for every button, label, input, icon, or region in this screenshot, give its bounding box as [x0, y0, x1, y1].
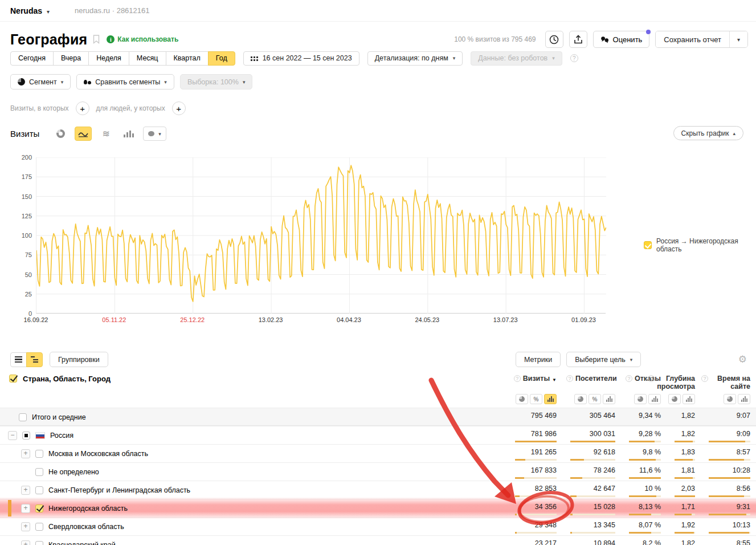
metric-view-bars-button[interactable] — [738, 394, 750, 404]
chevron-down-icon: ▾ — [158, 131, 161, 137]
segment-button[interactable]: Сегмент ▾ — [10, 74, 71, 90]
line-chart-type-button[interactable] — [75, 127, 92, 141]
bar-chart-type-button[interactable] — [120, 127, 137, 141]
expand-button[interactable]: + — [21, 540, 30, 545]
history-button[interactable] — [545, 31, 563, 48]
filter-row: Визиты, в которых + для людей, у которых… — [0, 100, 756, 116]
legend-checkbox[interactable] — [644, 241, 652, 249]
expand-button[interactable]: + — [21, 486, 30, 495]
table-row: + Санкт-Петербург и Ленинградская област… — [0, 481, 756, 499]
bookmark-icon[interactable] — [93, 35, 100, 44]
goal-select-button[interactable]: Выберите цель ▾ — [566, 352, 641, 367]
percent-icon: % — [534, 396, 539, 402]
metric-value: 29 348 — [507, 518, 562, 536]
hide-chart-button[interactable]: Скрыть график ▴ — [673, 126, 743, 140]
value-bar — [709, 477, 750, 479]
period-tab-Сегодня[interactable]: Сегодня — [10, 51, 54, 66]
row-checkbox[interactable] — [35, 523, 43, 531]
metric-view-percent-button[interactable]: % — [530, 394, 542, 404]
data-filter-select[interactable]: Данные: без роботов ▾ — [471, 51, 562, 66]
metric-view-pie-button[interactable] — [634, 394, 647, 404]
bars-icon — [547, 396, 554, 402]
column-help-icon[interactable]: ? — [626, 375, 632, 382]
column-label[interactable]: Глубина просмотра — [657, 375, 695, 391]
save-report-main[interactable]: Сохранить отчет — [656, 31, 729, 47]
compare-segments-button[interactable]: Сравнить сегменты ▾ — [76, 74, 174, 90]
metric-view-percent-button[interactable]: % — [589, 394, 601, 404]
row-checkbox[interactable] — [35, 450, 43, 458]
bars-icon — [741, 396, 747, 402]
period-tab-Месяц[interactable]: Месяц — [129, 51, 166, 66]
row-checkbox[interactable] — [19, 413, 27, 421]
pie-icon — [672, 396, 677, 402]
column-help-icon[interactable]: ? — [701, 375, 708, 382]
metric-view-pie-button[interactable] — [574, 394, 587, 404]
expand-button[interactable]: − — [8, 431, 17, 440]
gear-icon[interactable]: ⚙ — [738, 353, 747, 365]
select-all-checkbox[interactable] — [9, 375, 17, 383]
row-checkbox[interactable] — [35, 541, 43, 545]
list-view-button[interactable] — [10, 352, 27, 367]
y-tick-label: 25 — [15, 291, 32, 298]
counter-name: Nerudas — [10, 6, 42, 15]
metric-value: 300 031 — [562, 426, 621, 445]
metric-value: 92 618 — [562, 445, 621, 463]
chevron-down-icon: ▾ — [61, 79, 64, 85]
column-label[interactable]: Визиты — [523, 375, 550, 383]
metric-value: 9,34 % — [621, 408, 667, 426]
period-tab-Неделя[interactable]: Неделя — [88, 51, 129, 66]
metric-value: 13 345 — [562, 518, 621, 536]
detail-select[interactable]: Детализация: по дням ▾ — [367, 51, 463, 66]
metric-view-pie-button[interactable] — [668, 394, 681, 404]
metric-view-bars-button[interactable] — [544, 394, 557, 404]
row-checkbox[interactable] — [35, 505, 43, 513]
row-checkbox[interactable] — [35, 468, 43, 476]
value-bar — [629, 477, 661, 479]
metric-view-bars-button[interactable] — [683, 394, 695, 404]
chart-title: Визиты — [10, 129, 39, 139]
column-help-icon[interactable]: ? — [514, 375, 521, 382]
help-icon[interactable]: ? — [570, 54, 578, 62]
rate-button[interactable]: Оценить — [593, 31, 650, 48]
expand-button[interactable]: + — [21, 449, 30, 458]
column-label[interactable]: Посетители — [575, 375, 615, 383]
period-tab-Квартал[interactable]: Квартал — [166, 51, 209, 66]
visits-chart: 0255075100125150175200 16.09.2205.11.222… — [0, 157, 756, 326]
value-bar — [570, 532, 615, 534]
value-bar — [570, 459, 615, 461]
date-range-button[interactable]: 16 сен 2022 — 15 сен 2023 — [243, 51, 359, 66]
expand-button[interactable]: + — [21, 504, 30, 513]
add-people-filter-button[interactable]: + — [172, 101, 186, 115]
export-button[interactable] — [569, 31, 587, 48]
metric-view-pie-button[interactable] — [516, 394, 528, 404]
save-report-dropdown[interactable]: ▾ — [729, 31, 747, 47]
how-to-use-link[interactable]: i Как использовать — [107, 35, 178, 43]
column-help-icon[interactable]: ? — [566, 375, 573, 382]
row-checkbox[interactable] — [22, 432, 30, 440]
metric-value: 1,92 — [667, 518, 701, 536]
row-checkbox[interactable] — [35, 486, 43, 494]
stacked-lines-icon: ≋ — [103, 129, 110, 139]
columns-icon — [124, 131, 134, 137]
tree-view-button[interactable] — [26, 352, 43, 367]
sample-button[interactable]: Выборка: 100% ▾ — [180, 74, 253, 90]
value-bar — [709, 514, 750, 515]
area-chart-type-button[interactable]: ≋ — [97, 127, 115, 141]
row-label: Не определено — [48, 468, 99, 476]
add-visits-filter-button[interactable]: + — [76, 101, 89, 115]
counter-switcher[interactable]: Nerudas ▾ — [10, 6, 50, 15]
pie-chart-type-button[interactable] — [52, 127, 69, 141]
metric-view-bars-button[interactable] — [648, 394, 661, 404]
row-label: Итого и средние — [32, 413, 86, 421]
value-bar — [709, 441, 750, 442]
period-tab-Год[interactable]: Год — [208, 51, 235, 66]
metric-view-bars-button[interactable] — [603, 394, 615, 404]
expand-button[interactable]: + — [21, 522, 30, 531]
column-label[interactable]: Время на сайте — [710, 375, 750, 391]
annotations-dropdown[interactable]: ▾ — [143, 127, 166, 141]
metrics-button[interactable]: Метрики — [516, 352, 561, 367]
metric-view-pie-button[interactable] — [724, 394, 736, 404]
groupings-button[interactable]: Группировки — [50, 352, 108, 367]
metric-value: 15 028 — [562, 499, 621, 518]
period-tab-Вчера[interactable]: Вчера — [53, 51, 89, 66]
